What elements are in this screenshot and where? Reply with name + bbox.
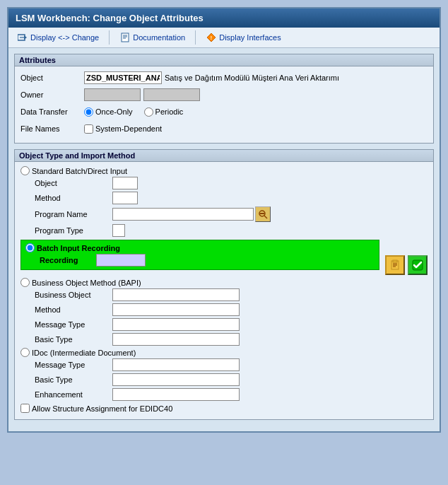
idoc-fields: Message Type Basic Type Enhancement <box>35 358 428 401</box>
recording-input[interactable] <box>96 254 146 267</box>
attributes-body: Object Satış ve Dağıtım Modülü Müşteri A… <box>15 66 433 143</box>
display-interfaces-label: Display Interfaces <box>219 33 281 42</box>
separator-2 <box>195 30 196 45</box>
idoc-message-type-input[interactable] <box>112 358 240 371</box>
main-window: LSM Workbench: Change Object Attributes … <box>7 7 441 433</box>
idoc-message-type-label: Message Type <box>35 361 112 369</box>
object-input[interactable] <box>84 71 162 84</box>
bapi-basic-type-input[interactable] <box>112 333 240 346</box>
data-transfer-radio-group: Once-Only Periodic <box>84 107 183 117</box>
bapi-fields: Business Object Method Message Type Basi… <box>35 288 428 346</box>
clipboard-icon-button[interactable] <box>385 255 405 275</box>
owner-input-1[interactable] <box>84 88 141 101</box>
sb-method-input[interactable] <box>112 192 138 204</box>
bapi-business-object-input[interactable] <box>112 288 240 301</box>
file-names-row: File Names System-Dependent <box>20 122 428 136</box>
bapi-message-type-label: Message Type <box>35 320 112 329</box>
documentation-label: Documentation <box>133 33 185 42</box>
documentation-icon <box>119 32 131 43</box>
periodic-radio-label[interactable]: Periodic <box>144 107 184 117</box>
business-object-radio-label[interactable]: Business Object Method (BAPI) <box>20 278 428 287</box>
display-change-icon <box>17 32 28 43</box>
bapi-business-object-label: Business Object <box>35 291 112 299</box>
bapi-business-object-row: Business Object <box>35 288 428 301</box>
attributes-section: Attributes Object Satış ve Dağıtım Modül… <box>14 54 434 144</box>
business-object-radio[interactable] <box>20 278 30 287</box>
svg-text:!: ! <box>211 35 212 40</box>
documentation-button[interactable]: Documentation <box>117 30 188 45</box>
system-dependent-checkbox[interactable] <box>84 124 93 134</box>
object-description: Satış ve Dağıtım Modülü Müşteri Ana Veri… <box>162 74 342 82</box>
business-object-item: Business Object Method (BAPI) <box>20 278 428 287</box>
bapi-basic-type-row: Basic Type <box>35 333 428 346</box>
idoc-enhancement-label: Enhancement <box>35 390 112 399</box>
idoc-radio[interactable] <box>20 348 30 357</box>
data-transfer-label: Data Transfer <box>20 107 84 116</box>
once-only-radio[interactable] <box>84 107 93 117</box>
display-change-label: Display <-> Change <box>30 33 99 42</box>
business-object-label: Business Object Method (BAPI) <box>32 279 141 287</box>
bapi-message-type-row: Message Type <box>35 318 428 331</box>
standard-batch-item: Standard Batch/Direct Input <box>20 166 428 175</box>
allow-structure-checkbox-label[interactable]: Allow Structure Assignment for EDIDC40 <box>20 404 172 413</box>
svg-rect-11 <box>260 213 264 214</box>
bapi-method-input[interactable] <box>112 303 240 316</box>
owner-label: Owner <box>20 90 84 99</box>
periodic-radio[interactable] <box>144 107 153 117</box>
display-change-button[interactable]: Display <-> Change <box>14 30 102 45</box>
recording-label: Recording <box>40 256 96 264</box>
bapi-basic-type-label: Basic Type <box>35 335 112 344</box>
program-name-label: Program Name <box>35 210 112 218</box>
program-type-input[interactable] <box>112 224 125 237</box>
idoc-basic-type-row: Basic Type <box>35 373 428 386</box>
title-bar: LSM Workbench: Change Object Attributes <box>8 8 440 28</box>
svg-rect-13 <box>393 260 397 262</box>
idoc-radio-label[interactable]: IDoc (Intermediate Document) <box>20 348 428 357</box>
system-dependent-checkbox-label[interactable]: System-Dependent <box>84 124 162 134</box>
owner-row: Owner <box>20 88 428 102</box>
idoc-basic-type-input[interactable] <box>112 373 240 386</box>
svg-line-10 <box>264 216 267 218</box>
idoc-enhancement-row: Enhancement <box>35 388 428 401</box>
program-type-row: Program Type <box>35 224 428 237</box>
recording-row: Recording <box>40 254 375 267</box>
object-type-section: Object Type and Import Method Standard B… <box>14 149 434 420</box>
program-name-row: Program Name <box>35 206 428 222</box>
sb-object-input[interactable] <box>112 177 138 189</box>
standard-batch-radio[interactable] <box>20 166 30 175</box>
attributes-header: Attributes <box>15 54 433 66</box>
program-name-field-group <box>112 206 271 222</box>
sb-method-row: Method <box>35 192 428 204</box>
separator-1 <box>109 30 110 45</box>
window-title: LSM Workbench: Change Object Attributes <box>16 13 204 23</box>
program-type-label: Program Type <box>35 226 112 235</box>
standard-batch-fields: Object Method Program Name <box>35 177 428 237</box>
display-interfaces-button[interactable]: ! Display Interfaces <box>203 30 283 45</box>
program-name-input[interactable] <box>112 208 254 221</box>
owner-input-2[interactable] <box>143 88 200 101</box>
allow-structure-checkbox[interactable] <box>20 404 30 413</box>
display-interfaces-icon: ! <box>206 32 217 43</box>
bapi-message-type-input[interactable] <box>112 318 240 331</box>
check-icon-button[interactable] <box>408 255 428 275</box>
object-label: Object <box>20 74 84 82</box>
standard-batch-radio-label[interactable]: Standard Batch/Direct Input <box>20 166 428 175</box>
content-area: Attributes Object Satış ve Dağıtım Modül… <box>8 48 440 431</box>
batch-input-radio-label[interactable]: Batch Input Recording <box>25 243 375 252</box>
object-type-header: Object Type and Import Method <box>15 150 433 162</box>
object-type-body: Standard Batch/Direct Input Object Metho… <box>15 162 433 419</box>
batch-input-radio[interactable] <box>25 243 35 252</box>
batch-input-main: Batch Input Recording Recording <box>20 240 379 271</box>
once-only-radio-label[interactable]: Once-Only <box>84 107 133 117</box>
idoc-label: IDoc (Intermediate Document) <box>32 349 136 357</box>
system-dependent-label: System-Dependent <box>95 124 162 133</box>
svg-marker-2 <box>24 35 27 40</box>
sb-method-label: Method <box>35 194 112 202</box>
standard-batch-label: Standard Batch/Direct Input <box>32 167 127 175</box>
data-transfer-row: Data Transfer Once-Only Periodic <box>20 105 428 119</box>
program-search-icon[interactable] <box>255 206 271 222</box>
idoc-enhancement-input[interactable] <box>112 388 240 401</box>
once-only-label: Once-Only <box>95 107 133 116</box>
side-buttons-group <box>384 255 428 275</box>
batch-input-label: Batch Input Recording <box>37 244 120 252</box>
